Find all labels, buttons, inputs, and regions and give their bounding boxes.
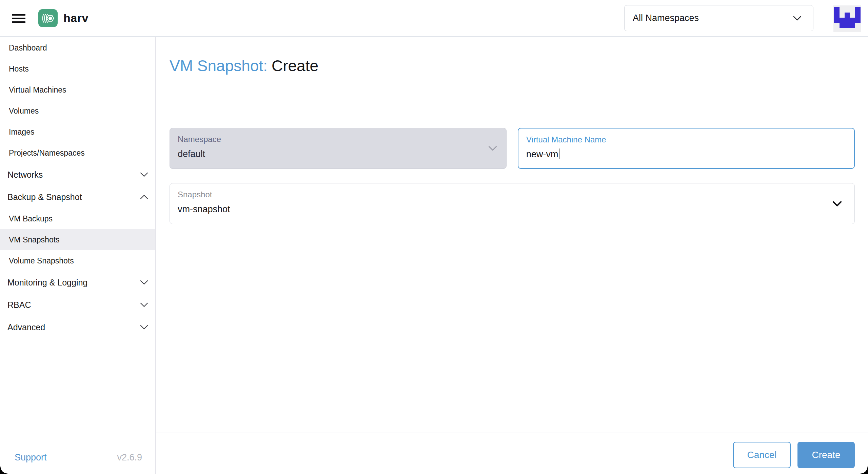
harvester-logo-icon[interactable] (38, 9, 58, 27)
form-footer: Cancel Create (156, 433, 868, 474)
window-corner (861, 467, 868, 474)
chevron-down-icon (793, 16, 802, 21)
namespace-select-label: Namespace (178, 134, 506, 145)
virtual-machine-name-label: Virtual Machine Name (526, 134, 854, 145)
version-label: v2.6.9 (117, 452, 142, 463)
namespace-filter-dropdown[interactable]: All Namespaces (624, 5, 813, 31)
sidebar-nav: Dashboard Hosts Virtual Machines Volumes… (0, 37, 156, 474)
sidebar-item-volumes[interactable]: Volumes (0, 100, 155, 121)
snapshot-select[interactable]: Snapshot vm-snapshot (170, 183, 855, 224)
sidebar-item-images[interactable]: Images (0, 121, 155, 142)
sidebar-item-projects-namespaces[interactable]: Projects/Namespaces (0, 142, 155, 163)
chevron-down-icon (140, 324, 149, 330)
virtual-machine-name-value: new-vm (526, 149, 558, 159)
harvester-app: harv All Namespaces Dashboard Hosts Virt… (0, 0, 868, 474)
chevron-down-icon (832, 183, 842, 224)
hamburger-menu-icon[interactable] (12, 14, 25, 23)
sidebar-item-vm-backups[interactable]: VM Backups (0, 208, 155, 229)
namespace-filter-value: All Namespaces (633, 13, 699, 23)
page-title-resource: VM Snapshot: (170, 57, 268, 75)
page-title: VM Snapshot:Create (170, 57, 318, 75)
support-link[interactable]: Support (15, 452, 47, 463)
brand-name[interactable]: harv (63, 12, 88, 25)
sidebar-group-networks[interactable]: Networks (0, 163, 155, 186)
cancel-button[interactable]: Cancel (733, 442, 791, 468)
namespace-select: Namespace default (170, 128, 507, 169)
sidebar-item-hosts[interactable]: Hosts (0, 58, 155, 79)
sidebar-group-backup-snapshot[interactable]: Backup & Snapshot (0, 186, 155, 208)
chevron-up-icon (140, 194, 149, 200)
snapshot-select-value: vm-snapshot (178, 202, 854, 216)
page-title-action: Create (272, 57, 318, 75)
sidebar-item-vm-snapshots[interactable]: VM Snapshots (0, 229, 155, 250)
sidebar-group-rbac[interactable]: RBAC (0, 294, 155, 316)
sidebar-footer: Support v2.6.9 (0, 443, 155, 474)
avatar-identicon-icon (834, 7, 861, 28)
chevron-down-icon (488, 128, 497, 169)
sidebar-group-advanced[interactable]: Advanced (0, 316, 155, 338)
sidebar-group-monitoring-logging[interactable]: Monitoring & Logging (0, 271, 155, 294)
create-button[interactable]: Create (797, 442, 855, 468)
chevron-down-icon (140, 280, 149, 285)
chevron-down-icon (140, 172, 149, 177)
window-corner (0, 467, 7, 474)
chevron-down-icon (140, 302, 149, 308)
sidebar-item-dashboard[interactable]: Dashboard (0, 37, 155, 58)
top-header: harv All Namespaces (0, 0, 868, 37)
text-caret (559, 149, 559, 159)
snapshot-select-label: Snapshot (178, 189, 854, 200)
main-content: VM Snapshot:Create Create new Replace ex… (156, 37, 868, 474)
user-avatar[interactable] (833, 5, 861, 32)
sidebar-item-volume-snapshots[interactable]: Volume Snapshots (0, 250, 155, 271)
namespace-select-value: default (178, 147, 506, 161)
virtual-machine-name-input[interactable]: Virtual Machine Name new-vm (518, 128, 855, 169)
sidebar-item-virtual-machines[interactable]: Virtual Machines (0, 79, 155, 100)
